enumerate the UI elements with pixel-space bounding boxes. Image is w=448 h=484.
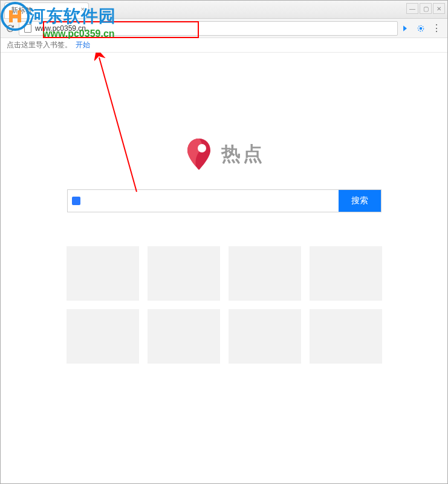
quick-tile[interactable] [148,246,220,301]
minimize-button[interactable]: — [406,3,418,14]
bookmark-hint: 点击这里导入书签。 [7,40,72,50]
svg-line-4 [99,57,137,192]
brand-logo: 热点 [184,137,265,171]
tiles-grid [67,246,382,364]
brand-pin-icon [184,137,214,171]
quick-tile[interactable] [229,246,301,301]
window-controls: — ▢ ✕ [406,3,445,14]
extension-icon-1[interactable] [400,24,410,33]
content-area: 热点 搜索 [1,53,447,483]
quick-tile[interactable] [67,246,139,301]
search-box: 搜索 [67,189,381,212]
menu-icon[interactable]: ⋮ [432,22,441,34]
watermark-text: 河东软件园 [28,5,116,28]
window-frame: 新标签 × — ▢ ✕ www.pc0359.cn [0,0,448,484]
baidu-icon [72,197,80,205]
maximize-button[interactable]: ▢ [420,3,432,14]
close-button[interactable]: ✕ [433,3,445,14]
bookmark-import-link[interactable]: 开始 [76,40,90,50]
quick-tile[interactable] [229,309,301,364]
annotation-arrow [94,53,143,198]
brand-text: 热点 [221,141,265,168]
search-provider-icon[interactable] [68,190,85,212]
watermark-logo: 河东软件园 [1,2,116,31]
svg-marker-0 [403,25,407,31]
svg-point-1 [420,27,423,30]
logo-section: 热点 [1,137,447,171]
extension-icon-2[interactable] [416,24,426,33]
quick-tile[interactable] [310,309,382,364]
search-button[interactable]: 搜索 [339,190,381,212]
tiles-section [1,246,447,364]
search-section: 搜索 [1,189,447,212]
svg-point-5 [198,144,206,152]
bookmark-bar: 点击这里导入书签。 开始 [1,38,447,53]
quick-tile[interactable] [310,246,382,301]
search-input[interactable] [85,190,339,212]
quick-tile[interactable] [148,309,220,364]
toolbar-right: ⋮ [400,22,444,34]
watermark-circle-icon [1,2,30,31]
svg-rect-9 [9,15,21,18]
quick-tile[interactable] [67,309,139,364]
